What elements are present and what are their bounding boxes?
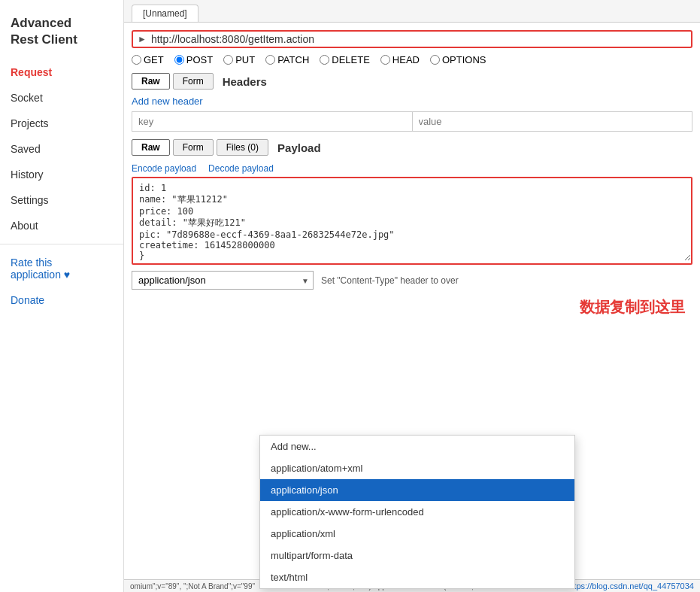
method-post[interactable]: POST [174,54,213,65]
method-head[interactable]: HEAD [380,54,420,65]
app-title: Advanced Rest Client [0,8,123,60]
method-options-radio[interactable] [430,55,440,65]
headers-section-header: Raw Form Headers [132,73,692,90]
sidebar-item-request[interactable]: Request [0,60,123,84]
header-fields [132,111,692,132]
decode-payload-link[interactable]: Decode payload [208,163,274,174]
content-type-dropdown: Add new... application/atom+xml applicat… [259,435,575,589]
method-get[interactable]: GET [132,54,164,65]
encode-payload-link[interactable]: Encode payload [132,163,196,174]
dropdown-item-multipart[interactable]: multipart/form-data [260,545,574,566]
payload-section-header: Raw Form Files (0) Payload [132,139,692,156]
sidebar-divider [0,244,123,244]
payload-raw-btn[interactable]: Raw [132,139,170,156]
payload-textarea[interactable] [133,178,691,261]
header-key-input[interactable] [132,111,412,132]
payload-section: Raw Form Files (0) Payload Encode payloa… [132,139,692,265]
method-post-radio[interactable] [174,55,184,65]
bottom-strip-link[interactable]: https://blog.csdn.net/qq_44757034 [567,581,694,590]
dropdown-item-atom-xml[interactable]: application/atom+xml [260,457,574,479]
url-arrow-icon: ► [138,34,147,44]
content-area: ► GET POST PUT PATCH DELETE [124,23,700,592]
dropdown-item-add-new[interactable]: Add new... [260,436,574,457]
method-options[interactable]: OPTIONS [430,54,486,65]
main-panel: [Unnamed] ► GET POST PUT PAT [124,0,700,592]
annotation-text: 数据复制到这里 [580,297,685,317]
payload-links: Encode payload Decode payload [132,162,692,177]
sidebar-nav: Request Socket Projects Saved History Se… [0,60,123,312]
method-delete-radio[interactable] [320,55,329,65]
dropdown-item-form-urlencoded[interactable]: application/x-www-form-urlencoded [260,501,574,523]
sidebar-item-saved[interactable]: Saved [0,137,123,161]
sidebar-item-settings[interactable]: Settings [0,188,123,212]
tab-unnamed[interactable]: [Unnamed] [132,5,198,22]
add-header-link[interactable]: Add new header [132,96,692,111]
content-type-row: Add new...application/atom+xmlapplicatio… [132,271,692,290]
url-bar-row: ► [132,30,692,48]
dropdown-item-text-html[interactable]: text/html [260,566,574,588]
headers-raw-btn[interactable]: Raw [132,73,170,90]
sidebar-item-rate[interactable]: Rate this application ♥ [0,250,123,287]
payload-textarea-wrap [132,177,692,265]
header-value-input[interactable] [412,111,693,132]
sidebar-item-history[interactable]: History [0,162,123,187]
method-patch-radio[interactable] [265,55,275,65]
sidebar-item-donate[interactable]: Donate [0,288,123,312]
content-type-select-wrap: Add new...application/atom+xmlapplicatio… [132,271,314,290]
method-get-radio[interactable] [132,55,141,65]
method-put[interactable]: PUT [223,54,255,65]
method-delete[interactable]: DELETE [320,54,370,65]
method-patch[interactable]: PATCH [265,54,309,65]
method-head-radio[interactable] [380,55,390,65]
method-put-radio[interactable] [223,55,233,65]
url-input[interactable] [151,33,686,45]
payload-title: Payload [277,141,321,154]
content-type-select[interactable]: Add new...application/atom+xmlapplicatio… [132,271,314,290]
ua-text-left: omium";v="89", ";Not A Brand";v="99" [130,582,255,590]
payload-form-btn[interactable]: Form [173,139,214,156]
sidebar-item-projects[interactable]: Projects [0,111,123,135]
headers-title: Headers [223,75,267,88]
content-type-note: Set "Content-Type" header to over [321,275,459,286]
tab-bar: [Unnamed] [124,0,700,23]
method-row: GET POST PUT PATCH DELETE HEAD [132,54,692,65]
dropdown-item-app-xml[interactable]: application/xml [260,523,574,545]
sidebar-item-about[interactable]: About [0,214,123,238]
sidebar: Advanced Rest Client Request Socket Proj… [0,0,124,592]
payload-files-btn[interactable]: Files (0) [217,139,268,156]
sidebar-item-socket[interactable]: Socket [0,86,123,110]
dropdown-item-app-json[interactable]: application/json [260,479,574,501]
headers-form-btn[interactable]: Form [173,73,214,90]
